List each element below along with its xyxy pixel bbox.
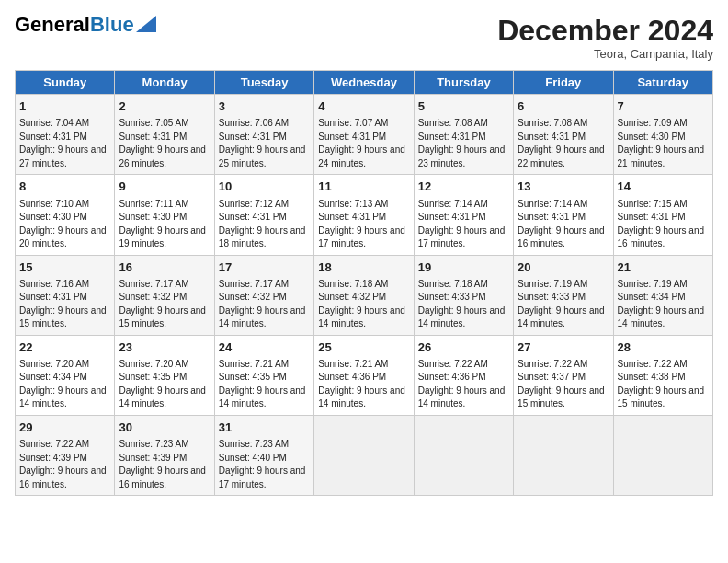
- day-info: Sunrise: 7:04 AMSunset: 4:31 PMDaylight:…: [19, 118, 107, 168]
- day-info: Sunrise: 7:22 AMSunset: 4:38 PMDaylight:…: [618, 359, 705, 409]
- day-info: Sunrise: 7:08 AMSunset: 4:31 PMDaylight:…: [518, 118, 605, 168]
- day-info: Sunrise: 7:11 AMSunset: 4:30 PMDaylight:…: [119, 199, 206, 249]
- logo-general: General: [15, 13, 90, 36]
- title-block: December 2024 Teora, Campania, Italy: [497, 15, 713, 61]
- table-row: 22 Sunrise: 7:20 AMSunset: 4:34 PMDaylig…: [16, 335, 115, 415]
- table-row: 28 Sunrise: 7:22 AMSunset: 4:38 PMDaylig…: [613, 335, 712, 415]
- table-row: 5 Sunrise: 7:08 AMSunset: 4:31 PMDayligh…: [414, 95, 513, 175]
- header: GeneralBlue December 2024 Teora, Campani…: [15, 15, 713, 61]
- day-number: 23: [119, 339, 210, 356]
- table-row: 16 Sunrise: 7:17 AMSunset: 4:32 PMDaylig…: [115, 255, 214, 335]
- table-row: [613, 415, 712, 495]
- calendar-week-row: 22 Sunrise: 7:20 AMSunset: 4:34 PMDaylig…: [16, 335, 713, 415]
- calendar-week-row: 29 Sunrise: 7:22 AMSunset: 4:39 PMDaylig…: [16, 415, 713, 495]
- day-info: Sunrise: 7:12 AMSunset: 4:31 PMDaylight:…: [219, 199, 306, 249]
- day-number: 26: [418, 339, 509, 356]
- calendar-header: Sunday Monday Tuesday Wednesday Thursday…: [16, 71, 713, 95]
- day-number: 2: [119, 98, 210, 115]
- table-row: [514, 415, 613, 495]
- day-info: Sunrise: 7:18 AMSunset: 4:33 PMDaylight:…: [418, 279, 506, 329]
- month-title: December 2024: [497, 15, 713, 47]
- day-info: Sunrise: 7:23 AMSunset: 4:40 PMDaylight:…: [219, 439, 306, 489]
- day-number: 4: [318, 98, 409, 115]
- col-thursday: Thursday: [414, 71, 513, 95]
- table-row: 31 Sunrise: 7:23 AMSunset: 4:40 PMDaylig…: [214, 415, 313, 495]
- table-row: 9 Sunrise: 7:11 AMSunset: 4:30 PMDayligh…: [115, 175, 214, 255]
- day-number: 8: [19, 178, 110, 195]
- day-info: Sunrise: 7:13 AMSunset: 4:31 PMDaylight:…: [318, 199, 405, 249]
- table-row: 29 Sunrise: 7:22 AMSunset: 4:39 PMDaylig…: [16, 415, 115, 495]
- table-row: 12 Sunrise: 7:14 AMSunset: 4:31 PMDaylig…: [414, 175, 513, 255]
- day-info: Sunrise: 7:09 AMSunset: 4:30 PMDaylight:…: [618, 118, 705, 168]
- day-number: 15: [19, 259, 110, 276]
- day-number: 3: [219, 98, 310, 115]
- day-number: 14: [618, 178, 709, 195]
- day-info: Sunrise: 7:06 AMSunset: 4:31 PMDaylight:…: [219, 118, 306, 168]
- table-row: 30 Sunrise: 7:23 AMSunset: 4:39 PMDaylig…: [115, 415, 214, 495]
- col-monday: Monday: [115, 71, 214, 95]
- header-row: Sunday Monday Tuesday Wednesday Thursday…: [16, 71, 713, 95]
- day-info: Sunrise: 7:07 AMSunset: 4:31 PMDaylight:…: [318, 118, 405, 168]
- day-number: 7: [618, 98, 709, 115]
- col-saturday: Saturday: [613, 71, 712, 95]
- calendar-table: Sunday Monday Tuesday Wednesday Thursday…: [15, 70, 713, 496]
- day-number: 17: [219, 259, 310, 276]
- logo-blue: Blue: [90, 13, 134, 36]
- table-row: 25 Sunrise: 7:21 AMSunset: 4:36 PMDaylig…: [314, 335, 414, 415]
- table-row: 13 Sunrise: 7:14 AMSunset: 4:31 PMDaylig…: [514, 175, 613, 255]
- col-tuesday: Tuesday: [214, 71, 313, 95]
- day-number: 12: [418, 178, 509, 195]
- day-number: 21: [618, 259, 709, 276]
- table-row: 19 Sunrise: 7:18 AMSunset: 4:33 PMDaylig…: [414, 255, 513, 335]
- day-number: 1: [19, 98, 110, 115]
- table-row: 7 Sunrise: 7:09 AMSunset: 4:30 PMDayligh…: [613, 95, 712, 175]
- table-row: 26 Sunrise: 7:22 AMSunset: 4:36 PMDaylig…: [414, 335, 513, 415]
- day-info: Sunrise: 7:19 AMSunset: 4:33 PMDaylight:…: [518, 279, 605, 329]
- day-number: 16: [119, 259, 210, 276]
- day-number: 22: [19, 339, 110, 356]
- table-row: 15 Sunrise: 7:16 AMSunset: 4:31 PMDaylig…: [16, 255, 115, 335]
- day-number: 29: [19, 419, 110, 436]
- day-info: Sunrise: 7:14 AMSunset: 4:31 PMDaylight:…: [518, 199, 605, 249]
- day-info: Sunrise: 7:22 AMSunset: 4:36 PMDaylight:…: [418, 359, 506, 409]
- day-number: 5: [418, 98, 509, 115]
- day-info: Sunrise: 7:10 AMSunset: 4:30 PMDaylight:…: [19, 199, 107, 249]
- day-info: Sunrise: 7:17 AMSunset: 4:32 PMDaylight:…: [219, 279, 306, 329]
- logo-arrow-icon: [136, 16, 156, 32]
- table-row: 2 Sunrise: 7:05 AMSunset: 4:31 PMDayligh…: [115, 95, 214, 175]
- day-info: Sunrise: 7:15 AMSunset: 4:31 PMDaylight:…: [618, 199, 705, 249]
- day-number: 6: [518, 98, 609, 115]
- table-row: 3 Sunrise: 7:06 AMSunset: 4:31 PMDayligh…: [214, 95, 313, 175]
- day-number: 27: [518, 339, 609, 356]
- table-row: [314, 415, 414, 495]
- table-row: [414, 415, 513, 495]
- table-row: 18 Sunrise: 7:18 AMSunset: 4:32 PMDaylig…: [314, 255, 414, 335]
- day-info: Sunrise: 7:23 AMSunset: 4:39 PMDaylight:…: [119, 439, 206, 489]
- calendar-body: 1 Sunrise: 7:04 AMSunset: 4:31 PMDayligh…: [16, 95, 713, 496]
- day-number: 24: [219, 339, 310, 356]
- col-sunday: Sunday: [16, 71, 115, 95]
- logo-text: GeneralBlue: [15, 15, 134, 35]
- table-row: 6 Sunrise: 7:08 AMSunset: 4:31 PMDayligh…: [514, 95, 613, 175]
- day-number: 18: [318, 259, 409, 276]
- day-info: Sunrise: 7:21 AMSunset: 4:35 PMDaylight:…: [219, 359, 306, 409]
- day-info: Sunrise: 7:20 AMSunset: 4:35 PMDaylight:…: [119, 359, 206, 409]
- table-row: 24 Sunrise: 7:21 AMSunset: 4:35 PMDaylig…: [214, 335, 313, 415]
- day-number: 10: [219, 178, 310, 195]
- day-info: Sunrise: 7:17 AMSunset: 4:32 PMDaylight:…: [119, 279, 206, 329]
- calendar-week-row: 15 Sunrise: 7:16 AMSunset: 4:31 PMDaylig…: [16, 255, 713, 335]
- day-info: Sunrise: 7:22 AMSunset: 4:39 PMDaylight:…: [19, 439, 107, 489]
- day-number: 30: [119, 419, 210, 436]
- table-row: 10 Sunrise: 7:12 AMSunset: 4:31 PMDaylig…: [214, 175, 313, 255]
- day-info: Sunrise: 7:14 AMSunset: 4:31 PMDaylight:…: [418, 199, 506, 249]
- day-number: 31: [219, 419, 310, 436]
- subtitle: Teora, Campania, Italy: [497, 47, 713, 61]
- table-row: 27 Sunrise: 7:22 AMSunset: 4:37 PMDaylig…: [514, 335, 613, 415]
- calendar-week-row: 8 Sunrise: 7:10 AMSunset: 4:30 PMDayligh…: [16, 175, 713, 255]
- day-info: Sunrise: 7:08 AMSunset: 4:31 PMDaylight:…: [418, 118, 506, 168]
- table-row: 8 Sunrise: 7:10 AMSunset: 4:30 PMDayligh…: [16, 175, 115, 255]
- day-info: Sunrise: 7:21 AMSunset: 4:36 PMDaylight:…: [318, 359, 405, 409]
- logo: GeneralBlue: [15, 15, 156, 35]
- day-number: 25: [318, 339, 409, 356]
- calendar-week-row: 1 Sunrise: 7:04 AMSunset: 4:31 PMDayligh…: [16, 95, 713, 175]
